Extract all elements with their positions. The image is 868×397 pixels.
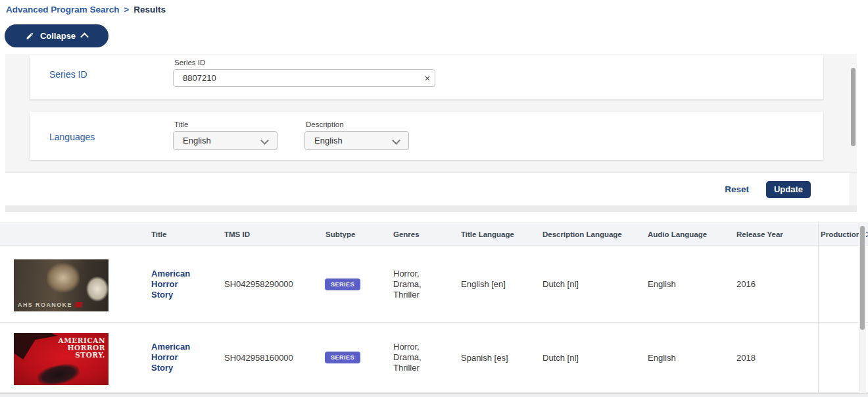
chevron-down-icon xyxy=(260,136,269,145)
breadcrumb: Advanced Program Search > Results xyxy=(6,5,166,14)
poster-caption: AMERICAN HORROR STORY. xyxy=(57,337,105,359)
series-id-input[interactable] xyxy=(173,69,435,87)
description-language-cell: Dutch [nl] xyxy=(542,246,579,322)
poster-image-american-horror-story[interactable]: AMERICAN HORROR STORY. xyxy=(14,333,108,385)
column-header-audio-language: Audio Language xyxy=(648,223,707,246)
poster-image-ahs-roanoke[interactable]: AHS ROANOKE xyxy=(14,259,108,311)
search-form-panel: Series ID Series ID × Languages Title En… xyxy=(5,54,857,212)
form-scrollbar-thumb[interactable] xyxy=(851,68,856,146)
breadcrumb-link-advanced-program-search[interactable]: Advanced Program Search xyxy=(6,5,120,14)
chevron-up-icon xyxy=(80,33,89,41)
table-row[interactable]: AMERICAN HORROR STORY. American Horror S… xyxy=(0,323,868,393)
title-language-cell: Spanish [es] xyxy=(461,323,508,392)
poster-caption: AHS ROANOKE xyxy=(18,302,72,308)
collapse-button-label: Collapse xyxy=(40,31,76,41)
release-year-cell: 2018 xyxy=(736,323,756,392)
title-link[interactable]: American Horror Story xyxy=(151,342,201,373)
genres-cell: Horror, Drama, Thriller xyxy=(393,246,435,322)
description-language-select[interactable]: English xyxy=(304,131,409,150)
column-header-description-language: Description Language xyxy=(542,223,622,246)
reset-button[interactable]: Reset xyxy=(725,184,749,194)
audio-language-cell: English xyxy=(648,246,676,322)
genres-cell: Horror, Drama, Thriller xyxy=(393,323,435,392)
results-table-header: Title TMS ID Subtype Genres Title Langua… xyxy=(0,223,868,246)
tms-id-cell: SH042958290000 xyxy=(224,246,293,322)
form-footer: Reset Update xyxy=(5,173,849,205)
languages-section-label: Languages xyxy=(49,132,95,142)
description-language-selected-value: English xyxy=(314,136,343,146)
subtype-badge: SERIES xyxy=(325,352,360,363)
series-id-section-label: Series ID xyxy=(49,69,87,80)
title-link[interactable]: American Horror Story xyxy=(151,269,201,300)
table-scrollbar-thumb[interactable] xyxy=(860,226,865,330)
description-language-field-label: Description xyxy=(306,120,344,128)
poster-figure-art xyxy=(36,361,81,385)
poster-hand-art xyxy=(47,263,80,292)
update-button[interactable]: Update xyxy=(766,181,811,198)
title-language-selected-value: English xyxy=(183,136,211,146)
poster-red-accent xyxy=(74,302,83,307)
poster-figure-art xyxy=(86,277,108,302)
title-language-select[interactable]: English xyxy=(173,131,277,150)
poster-dark-shape-art xyxy=(14,333,57,359)
title-language-field-label: Title xyxy=(174,120,188,128)
audio-language-cell: English xyxy=(648,323,676,392)
column-header-subtype: Subtype xyxy=(326,223,355,246)
description-language-cell: Dutch [nl] xyxy=(542,323,579,392)
series-id-field-label: Series ID xyxy=(174,59,205,66)
table-row[interactable]: AHS ROANOKE American Horror Story SH0429… xyxy=(0,246,868,323)
column-header-release-year: Release Year xyxy=(736,223,783,246)
column-header-title: Title xyxy=(151,223,166,246)
column-header-tms-id: TMS ID xyxy=(224,223,250,246)
column-header-genres: Genres xyxy=(393,223,420,246)
breadcrumb-current-results: Results xyxy=(133,5,166,14)
pencil-icon xyxy=(26,32,34,40)
pinned-column-divider xyxy=(818,223,819,397)
release-year-cell: 2016 xyxy=(736,246,756,322)
table-horizontal-scrollbar-track[interactable] xyxy=(0,393,868,397)
form-horizontal-scrollbar-track[interactable] xyxy=(5,205,857,212)
breadcrumb-separator-icon: > xyxy=(124,5,130,14)
subtype-badge: SERIES xyxy=(325,278,360,290)
collapse-button[interactable]: Collapse xyxy=(5,24,108,47)
series-id-section: Series ID Series ID × xyxy=(30,55,823,99)
languages-section: Languages Title English Description Engl… xyxy=(30,112,823,160)
chevron-down-icon xyxy=(392,136,400,145)
title-language-cell: English [en] xyxy=(461,246,506,322)
tms-id-cell: SH042958160000 xyxy=(224,323,293,392)
advanced-program-search-page: Advanced Program Search > Results Collap… xyxy=(0,0,868,397)
clear-icon[interactable]: × xyxy=(421,72,434,85)
column-header-title-language: Title Language xyxy=(461,223,514,246)
